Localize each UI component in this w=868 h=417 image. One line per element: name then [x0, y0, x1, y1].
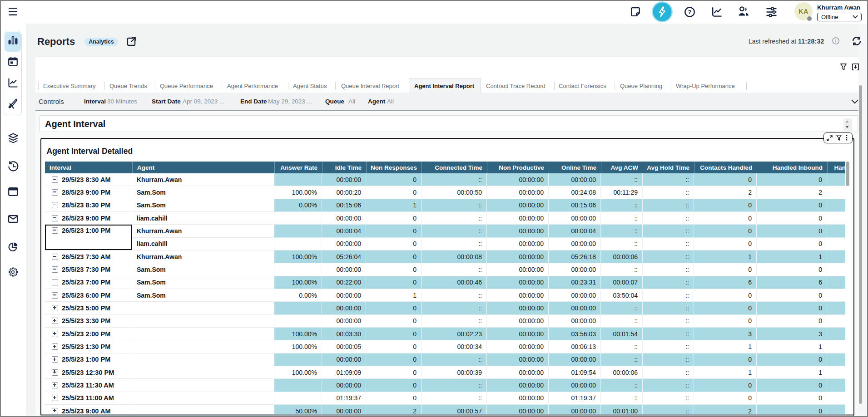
svg-text:?: ?	[688, 9, 692, 15]
